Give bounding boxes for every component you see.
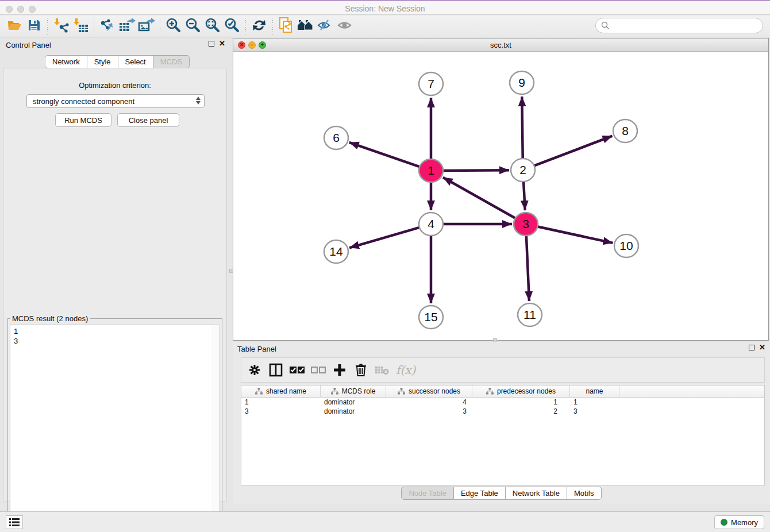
table-cell[interactable]: 1 xyxy=(570,398,619,407)
table-row[interactable]: 1dominator411 xyxy=(241,398,764,407)
graph-node-14[interactable]: 14 xyxy=(324,240,348,263)
graph-edge-2-9[interactable] xyxy=(522,97,522,159)
column-header-successor-nodes[interactable]: successor nodes xyxy=(386,385,472,397)
close-panel-icon[interactable]: ✕ xyxy=(219,41,225,47)
select-all-button[interactable] xyxy=(288,361,306,379)
zoom-out-icon xyxy=(185,17,201,36)
close-panel-button[interactable]: Close panel xyxy=(117,113,179,127)
graph-node-8[interactable]: 8 xyxy=(613,119,637,142)
clone-network-button[interactable] xyxy=(276,17,296,36)
tab-network-table[interactable]: Network Table xyxy=(506,487,567,500)
tab-motifs[interactable]: Motifs xyxy=(567,487,602,500)
eye-slash-icon xyxy=(317,18,334,34)
float-panel-icon[interactable] xyxy=(209,41,214,47)
column-header-shared-name[interactable]: shared name xyxy=(241,385,321,397)
table-cell[interactable]: dominator xyxy=(321,407,386,416)
table-cell[interactable]: 2 xyxy=(472,407,570,416)
criterion-dropdown[interactable]: strongly connected component xyxy=(26,94,205,108)
graph-edge-3-10[interactable] xyxy=(537,226,613,243)
flow-hierarchy-icon xyxy=(255,388,263,395)
mcds-result-list[interactable]: 13 xyxy=(10,325,220,529)
table-cell[interactable]: 3 xyxy=(241,407,321,416)
export-image-icon xyxy=(138,17,155,36)
column-chooser-button[interactable] xyxy=(267,361,284,379)
graph-edge-4-14[interactable] xyxy=(349,227,421,248)
float-table-panel-icon[interactable] xyxy=(749,345,754,350)
table-cell[interactable]: 3 xyxy=(386,407,472,416)
graph-node-11[interactable]: 11 xyxy=(518,303,542,326)
export-table-button[interactable] xyxy=(117,17,137,36)
export-network-button[interactable] xyxy=(98,17,117,36)
network-view-window: ✕ − + scc.txt 7968124314101511 xyxy=(233,38,769,341)
open-session-button[interactable] xyxy=(5,17,24,36)
memory-button[interactable]: Memory xyxy=(714,515,764,529)
table-cell[interactable]: 1 xyxy=(241,398,321,407)
export-image-button[interactable] xyxy=(137,17,156,36)
column-header-label: shared name xyxy=(266,387,306,395)
search-field[interactable] xyxy=(595,18,763,33)
table-cell[interactable]: dominator xyxy=(321,398,386,407)
save-session-button[interactable] xyxy=(24,17,44,36)
delete-column-button[interactable] xyxy=(352,361,369,379)
column-header-MCDS-role[interactable]: MCDS role xyxy=(321,385,386,397)
zoom-selected-button[interactable] xyxy=(222,17,242,36)
flow-hierarchy-icon xyxy=(398,388,405,395)
zoom-out-button[interactable] xyxy=(183,17,203,36)
tab-select[interactable]: Select xyxy=(118,55,153,68)
graph-edge-3-1[interactable] xyxy=(443,178,517,219)
show-all-networks-button[interactable] xyxy=(296,17,315,36)
graph-node-2[interactable]: 2 xyxy=(511,159,535,182)
zoom-in-button[interactable] xyxy=(164,17,183,36)
graph-edge-1-6[interactable] xyxy=(349,142,421,167)
graph-edge-3-11[interactable] xyxy=(526,235,529,301)
search-input[interactable] xyxy=(610,20,763,32)
graph-node-10[interactable]: 10 xyxy=(614,234,638,257)
import-table-button[interactable] xyxy=(71,17,90,36)
network-window-titlebar[interactable]: ✕ − + scc.txt xyxy=(233,38,768,52)
tab-mcds[interactable]: MCDS xyxy=(153,55,190,68)
tab-style[interactable]: Style xyxy=(87,55,118,68)
refresh-button[interactable] xyxy=(249,17,269,36)
svg-text:15: 15 xyxy=(424,310,437,323)
zoom-fit-button[interactable] xyxy=(203,17,222,36)
graph-node-6[interactable]: 6 xyxy=(324,126,348,149)
run-mcds-button[interactable]: Run MCDS xyxy=(55,113,111,127)
tab-network[interactable]: Network xyxy=(45,55,87,68)
graph-node-1[interactable]: 1 xyxy=(419,159,443,182)
graph-node-3[interactable]: 3 xyxy=(514,213,538,236)
table-cell[interactable]: 3 xyxy=(570,407,619,416)
status-bar: Memory xyxy=(0,511,770,532)
task-history-button[interactable] xyxy=(6,515,23,529)
criterion-value: strongly connected component xyxy=(33,97,134,106)
tab-node-table[interactable]: Node Table xyxy=(401,487,454,500)
node-table[interactable]: shared nameMCDS rolesuccessor nodesprede… xyxy=(241,385,765,485)
table-row[interactable]: 3dominator323 xyxy=(241,407,764,416)
graph-edge-1-2[interactable] xyxy=(442,170,509,171)
graph-node-9[interactable]: 9 xyxy=(510,71,534,94)
graph-node-4[interactable]: 4 xyxy=(419,213,443,236)
graph-node-15[interactable]: 15 xyxy=(419,306,443,329)
table-cell[interactable]: 4 xyxy=(386,398,472,407)
deselect-all-button[interactable] xyxy=(310,361,327,379)
column-header-label: successor nodes xyxy=(409,387,460,395)
graph-edge-2-3[interactable] xyxy=(523,181,525,210)
graph-edge-2-8[interactable] xyxy=(533,136,613,167)
add-column-button[interactable] xyxy=(331,361,348,379)
show-selected-button[interactable] xyxy=(335,17,355,36)
graph-node-7[interactable]: 7 xyxy=(419,72,443,95)
import-network-button[interactable] xyxy=(51,17,71,36)
table-cell[interactable]: 1 xyxy=(472,398,570,407)
mcds-result-item: 1 xyxy=(14,326,18,336)
table-settings-button[interactable] xyxy=(246,361,263,379)
column-header-name[interactable]: name xyxy=(570,385,619,397)
clone-network-icon xyxy=(278,17,294,36)
vertical-splitter-handle[interactable] xyxy=(229,269,233,273)
tab-edge-table[interactable]: Edge Table xyxy=(454,487,506,500)
mcds-panel-body: Optimization criterion: strongly connect… xyxy=(3,68,227,502)
column-header-predecessor-nodes[interactable]: predecessor nodes xyxy=(472,385,570,397)
close-table-panel-icon[interactable]: ✕ xyxy=(759,345,765,350)
network-canvas[interactable]: 7968124314101511 xyxy=(233,52,768,340)
hide-selected-button[interactable] xyxy=(315,17,335,36)
eye-icon xyxy=(336,18,353,34)
result-scrollbar[interactable] xyxy=(213,325,220,529)
